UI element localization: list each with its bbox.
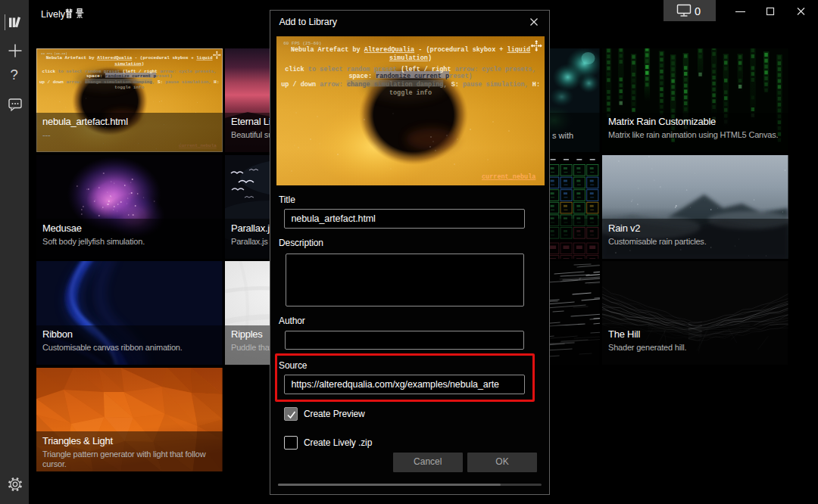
svg-text:60 FPS (25-60): 60 FPS (25-60) xyxy=(41,52,67,55)
svg-text:Nebula Artefact by AlteredQual: Nebula Artefact by AlteredQualia - (proc… xyxy=(46,55,213,61)
svg-text:up / down arrow: change simula: up / down arrow: change simulation dampi… xyxy=(281,81,540,89)
svg-text:toggle info: toggle info xyxy=(114,85,144,90)
svg-text:space: randomize current prese: space: randomize current preset) xyxy=(348,73,472,80)
svg-text:up / down arrow: change simula: up / down arrow: change simulation dampi… xyxy=(39,79,220,85)
svg-text:60 FPS (25-60): 60 FPS (25-60) xyxy=(283,41,321,46)
svg-text:Nebula Artefact by AlteredQual: Nebula Artefact by AlteredQualia - (proc… xyxy=(290,46,529,54)
svg-text:space: randomize current prese: space: randomize current preset) xyxy=(86,73,172,79)
svg-text:simulation): simulation) xyxy=(114,61,144,67)
svg-text:toggle info: toggle info xyxy=(389,89,431,97)
svg-text:simulation): simulation) xyxy=(389,54,431,62)
svg-text:0: 0 xyxy=(695,5,701,17)
